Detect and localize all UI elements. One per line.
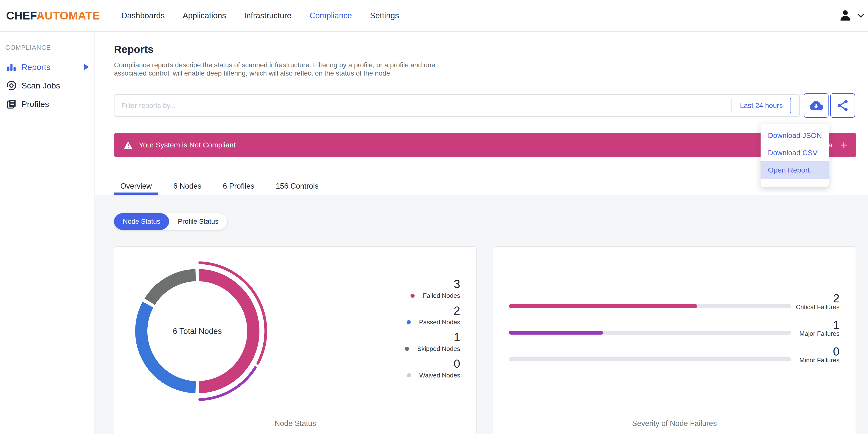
legend-item-waived-nodes: 0Waived Nodes xyxy=(407,358,460,379)
card-caption-text: Severity of Node Failures xyxy=(632,419,717,428)
sidebar-item-label: Profiles xyxy=(22,99,49,109)
tab-overview[interactable]: Overview xyxy=(114,177,158,195)
severity-bar-fill xyxy=(509,304,697,308)
user-menu[interactable] xyxy=(838,8,865,23)
sidebar: COMPLIANCE ReportsScan JobsProfiles xyxy=(0,32,95,434)
legend-item-skipped-nodes: 1Skipped Nodes xyxy=(405,331,460,352)
severity-bar-fill xyxy=(509,331,603,335)
menu-item-download-csv[interactable]: Download CSV xyxy=(761,144,829,161)
menu-item-download-json[interactable]: Download JSON xyxy=(761,127,829,144)
legend-count: 1 xyxy=(454,331,460,344)
page-description: Compliance reports describe the status o… xyxy=(114,61,442,78)
app-logo[interactable]: CHEFAUTOMATE xyxy=(6,9,100,22)
tab-156-controls[interactable]: 156 Controls xyxy=(270,177,325,195)
menu-item-open-report[interactable]: Open Report xyxy=(761,161,829,179)
legend-count: 3 xyxy=(454,278,460,290)
content-area: Node StatusProfile Status 6 Total Nodes … xyxy=(95,195,868,434)
donut-segment-skipped-nodes xyxy=(150,275,196,302)
share-icon xyxy=(836,99,849,112)
share-button[interactable] xyxy=(830,93,855,118)
severity-bar-track-critical-failures xyxy=(509,304,791,308)
filter-bar: Filter reports by... Last 24 hours xyxy=(114,94,800,117)
scan-icon xyxy=(6,80,17,91)
severity-count: 0 xyxy=(833,345,839,358)
filter-input[interactable]: Filter reports by... xyxy=(121,102,732,110)
page-title: Reports xyxy=(114,43,153,55)
sidebar-item-label: Reports xyxy=(22,62,51,72)
banner-right: ta + xyxy=(826,140,856,150)
donut-segment-passed-nodes xyxy=(141,305,196,387)
legend-item-failed-nodes: 3Failed Nodes xyxy=(410,278,460,299)
sidebar-item-profiles[interactable]: Profiles xyxy=(0,95,94,113)
tab-6-nodes[interactable]: 6 Nodes xyxy=(167,177,208,195)
cloud-download-icon xyxy=(809,98,823,113)
severity-bar-track-minor-failures xyxy=(509,357,791,361)
time-range-button[interactable]: Last 24 hours xyxy=(732,98,791,113)
severity-label: Critical Failures xyxy=(796,303,839,311)
legend-dot-icon xyxy=(405,347,409,351)
sidebar-item-scan-jobs[interactable]: Scan Jobs xyxy=(0,76,94,95)
severity-count: 2 xyxy=(833,292,839,305)
arrow-right-icon xyxy=(84,64,89,70)
sidebar-section-label: COMPLIANCE xyxy=(5,44,94,52)
add-filter-plus-icon[interactable]: + xyxy=(841,140,847,150)
sidebar-item-label: Scan Jobs xyxy=(22,81,60,90)
severity-count: 1 xyxy=(833,319,839,332)
sidebar-item-reports[interactable]: Reports xyxy=(0,58,94,76)
legend-label: Failed Nodes xyxy=(423,292,460,299)
profiles-icon xyxy=(6,98,17,110)
legend-dot-icon xyxy=(410,293,415,298)
legend-label: Skipped Nodes xyxy=(417,345,460,352)
tab-6-profiles[interactable]: 6 Profiles xyxy=(217,177,261,195)
severity-label: Major Failures xyxy=(799,330,839,337)
nav-item-infrastructure[interactable]: Infrastructure xyxy=(244,11,291,20)
compliance-banner: Your System is Not Compliant ta + xyxy=(114,133,856,157)
app-header: CHEFAUTOMATE DashboardsApplicationsInfra… xyxy=(0,0,868,32)
severity-bars: 2Critical Failures1Major Failures0Minor … xyxy=(493,247,856,434)
nav-item-dashboards[interactable]: Dashboards xyxy=(121,11,165,20)
legend-count: 0 xyxy=(454,358,460,370)
report-tabs: Overview6 Nodes6 Profiles156 Controls xyxy=(114,177,334,195)
nav-item-applications[interactable]: Applications xyxy=(183,11,226,20)
node-status-card: 6 Total Nodes 3Failed Nodes2Passed Nodes… xyxy=(114,246,476,434)
main-content: Reports Compliance reports describe the … xyxy=(95,32,868,434)
donut-center-label: 6 Total Nodes xyxy=(173,327,222,336)
legend-item-passed-nodes: 2Passed Nodes xyxy=(407,304,460,326)
download-button[interactable] xyxy=(804,93,829,118)
severity-bar-track-major-failures xyxy=(509,331,791,335)
severity-caption: Severity of Node Failures xyxy=(500,408,849,428)
node-status-caption: Node Status xyxy=(121,408,470,428)
warning-icon xyxy=(124,141,132,149)
donut-legend: 3Failed Nodes2Passed Nodes1Skipped Nodes… xyxy=(405,278,460,384)
download-menu: Download JSONDownload CSVOpen Report xyxy=(761,124,829,187)
severity-label: Minor Failures xyxy=(799,356,839,364)
main-nav: DashboardsApplicationsInfrastructureComp… xyxy=(121,11,399,20)
user-avatar-icon[interactable] xyxy=(838,8,852,23)
toggle-node-status[interactable]: Node Status xyxy=(114,213,169,230)
legend-label: Waived Nodes xyxy=(419,372,460,379)
legend-count: 2 xyxy=(454,304,460,317)
nav-item-settings[interactable]: Settings xyxy=(370,11,399,20)
legend-dot-icon xyxy=(407,320,411,324)
logo-automate: AUTOMATE xyxy=(36,9,100,22)
logo-chef: CHEF xyxy=(6,9,36,22)
status-toggle: Node StatusProfile Status xyxy=(114,213,227,230)
toggle-profile-status[interactable]: Profile Status xyxy=(169,213,227,230)
bar-chart-icon xyxy=(6,61,17,73)
banner-text: Your System is Not Compliant xyxy=(139,141,236,149)
card-caption-text: Node Status xyxy=(275,419,316,428)
severity-card: 2Critical Failures1Major Failures0Minor … xyxy=(493,246,856,434)
chevron-down-icon[interactable] xyxy=(857,13,865,18)
legend-dot-icon xyxy=(407,373,411,377)
legend-label: Passed Nodes xyxy=(419,318,460,326)
nav-item-compliance[interactable]: Compliance xyxy=(309,11,352,20)
